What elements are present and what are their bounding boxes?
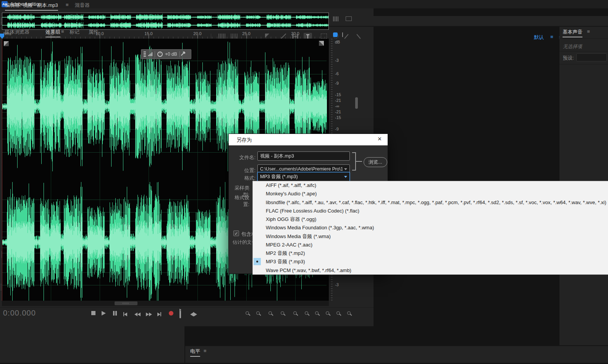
db-tick-label: -21 (335, 98, 341, 103)
tab-levels[interactable]: 电平 (190, 347, 200, 357)
bracket-decoration (356, 161, 362, 162)
zoom-custom-icon[interactable] (347, 311, 351, 315)
format-option[interactable]: AIFF (*.aif, *.aiff, *.aifc) (253, 181, 608, 190)
ruler-major-tick (51, 35, 51, 39)
workspace-selector[interactable]: 默认 (534, 34, 544, 41)
dialog-title-bar[interactable]: 另存为 × (229, 134, 388, 145)
zoom-out-time-icon[interactable] (256, 311, 260, 315)
gain-hud[interactable]: +0 dB (141, 49, 191, 59)
loudness-indicator-icon[interactable] (333, 32, 338, 37)
rewind-button[interactable] (134, 311, 141, 318)
pause-button[interactable] (113, 311, 117, 316)
format-settings-label: 格式设置: (229, 194, 249, 208)
timeline-ruler[interactable]: 5.010.015.020.025.030.0 (2, 31, 329, 39)
location-label: 位置: (244, 167, 255, 174)
zoom-selection-icon[interactable] (326, 311, 329, 315)
ruler-major-tick (197, 35, 198, 39)
ruler-major-tick (246, 35, 247, 39)
bracket-decoration (352, 152, 356, 171)
show-spectral-icon[interactable] (346, 16, 352, 21)
close-icon[interactable]: × (375, 135, 384, 143)
horizontal-scrollbar[interactable] (2, 301, 329, 306)
zoom-in-full-icon[interactable] (268, 311, 272, 315)
panel-menu-icon[interactable]: ≡ (587, 29, 590, 34)
preset-label: 预设: (563, 55, 574, 61)
hud-meter-icon (148, 52, 152, 56)
vertical-scrollbar[interactable] (355, 97, 358, 109)
format-option[interactable]: Windows Media Foundation (*.3gp, *.aac, … (253, 224, 608, 232)
db-infinity-label: -∞ (335, 104, 340, 108)
fast-forward-button[interactable] (146, 311, 152, 318)
title-bar: Au Adobe Audition (0, 0, 608, 8)
zoom-history-icon[interactable] (336, 311, 340, 315)
db-tick-label: -9 (335, 127, 339, 131)
skip-to-start-button[interactable] (123, 311, 127, 318)
chevron-down-icon (344, 176, 347, 178)
ruler-unit-label: hms (3, 31, 11, 36)
browse-button[interactable]: 浏览... (364, 157, 387, 167)
tab-basic-sound[interactable]: 基本声音 (563, 27, 582, 37)
dialog-title: 另存为 (236, 137, 252, 143)
format-option[interactable]: libsndfile (*.aifc, *.aiff, *.au, *.avr,… (253, 198, 608, 207)
levels-panel: 电平 ≡ (185, 346, 608, 363)
panel-menu-icon[interactable]: ≡ (66, 2, 69, 8)
db-tick-label: -15 (335, 115, 341, 120)
zoom-in-time-icon[interactable] (246, 311, 249, 315)
loop-playback-button[interactable] (179, 310, 181, 318)
workspace-menu-icon[interactable]: ≡ (550, 34, 553, 40)
editor-panel-tabs: 编辑器: 视频 - 副本.mp3 混音器 (5, 1, 90, 11)
fade-out-handle[interactable] (319, 41, 324, 46)
format-option[interactable]: Windows Media 音频 (*.wma) (253, 232, 608, 241)
ruler-major-tick (100, 35, 100, 39)
db-tick-label: -9 (335, 81, 339, 85)
hud-gain-knob[interactable] (157, 52, 163, 57)
no-selection-message: 无选择项 (563, 43, 582, 50)
tab-mixer[interactable]: 混音器 (75, 1, 90, 11)
db-unit-label: dB (335, 40, 340, 44)
zoom-sel-right-icon[interactable] (315, 311, 319, 315)
fade-in-handle[interactable] (4, 41, 9, 46)
db-tick-label: -3 (335, 282, 339, 287)
preset-input[interactable] (576, 53, 607, 61)
ruler-major-tick (295, 35, 296, 39)
format-combo[interactable]: MP3 音频 (*.mp3) (257, 172, 350, 181)
skip-selection-button[interactable] (190, 311, 197, 318)
filename-label: 文件名: (239, 154, 255, 161)
transport-bar: 0:00.000 (0, 307, 374, 319)
horizontal-scrollbar-handle[interactable] (115, 301, 137, 305)
format-option[interactable]: MP3 音频 (*.mp3) (253, 258, 608, 266)
zoom-out-full-icon[interactable] (281, 311, 284, 315)
db-tick-label: -21 (335, 110, 341, 114)
format-option[interactable]: MP2 音频 (*.mp2) (253, 249, 608, 258)
record-button[interactable] (169, 311, 173, 316)
panel-menu-icon[interactable]: ≡ (204, 348, 207, 354)
stop-button[interactable] (91, 311, 95, 315)
chevron-down-icon (344, 168, 347, 170)
format-option[interactable]: Xiph OGG 容器 (*.ogg) (253, 215, 608, 224)
format-option[interactable]: Wave PCM (*.wav, *.bwf, *.rf64, *.amb) (253, 266, 608, 275)
marker-flag-icon[interactable] (342, 32, 343, 37)
db-tick-label: -6 (335, 71, 339, 76)
format-option[interactable]: FLAC (Free Lossless Audio Codec) (*.flac… (253, 207, 608, 215)
ruler-major-tick (149, 35, 149, 39)
include-markers-checkbox[interactable]: ✓ (233, 230, 239, 236)
show-waveform-icon[interactable] (333, 16, 339, 21)
selected-marker-icon (254, 258, 261, 265)
pin-icon[interactable] (181, 53, 184, 56)
hud-grip-icon[interactable] (144, 52, 146, 57)
overview-waveform-canvas[interactable] (2, 13, 328, 29)
filename-input[interactable]: 视频 - 副本.mp3 (257, 151, 350, 161)
db-tick-label: -3 (335, 58, 339, 63)
hud-gain-value: +0 dB (165, 52, 177, 57)
time-display: 0:00.000 (3, 309, 36, 317)
format-option[interactable]: MPEG 2-AAC (*.aac) (253, 241, 608, 249)
format-dropdown-list: AIFF (*.aif, *.aiff, *.aifc) Monkey's Au… (252, 181, 608, 275)
zoom-sel-left-icon[interactable] (305, 311, 308, 315)
format-option[interactable]: Monkey's Audio (*.ape) (253, 190, 608, 198)
play-button[interactable] (102, 311, 106, 316)
skip-to-end-button[interactable] (157, 311, 161, 318)
tab-editor[interactable]: 编辑器: 视频 - 副本.mp3 (5, 1, 58, 11)
db-tick-label: -15 (335, 92, 341, 97)
zoom-reset-icon[interactable] (293, 311, 297, 315)
